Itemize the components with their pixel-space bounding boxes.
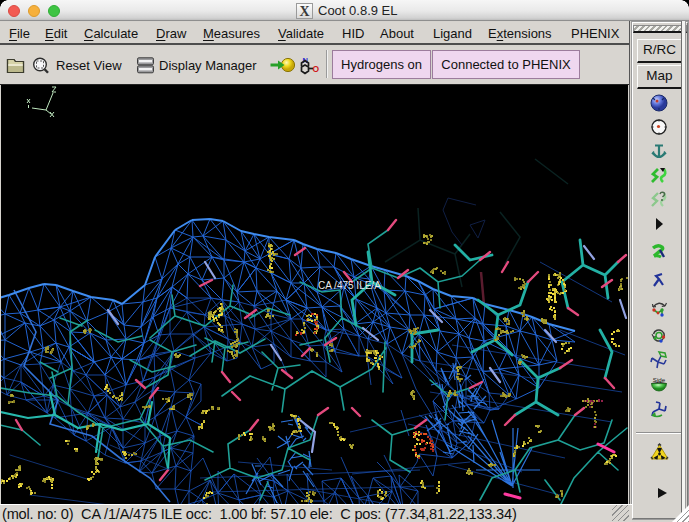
svg-text:O: O [313,64,320,74]
svg-text:Side: Side [653,376,666,383]
svg-text:CA /475 ILE/A: CA /475 ILE/A [318,280,381,291]
